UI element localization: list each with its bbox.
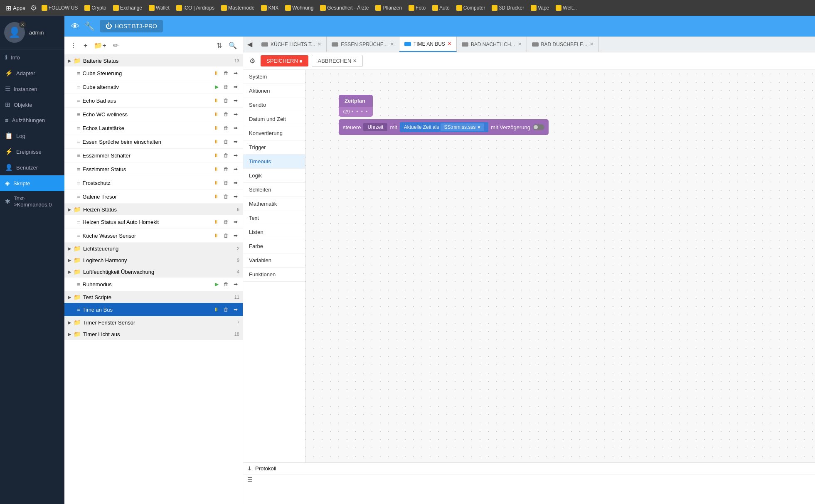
steuere-block[interactable]: steuere Uhrzeit mit Aktuelle Zeit als SS…: [339, 119, 549, 135]
ss-dropdown[interactable]: SS:mm:ss.sss ▼: [441, 123, 484, 131]
delete-button[interactable]: 🗑: [222, 179, 230, 187]
group-timer-licht[interactable]: ▶ 📁 Timer Licht aus 18: [64, 328, 243, 340]
sidebar-item-objekte[interactable]: ⊞ Objekte: [0, 97, 64, 113]
pause-button[interactable]: ⏸: [212, 218, 220, 226]
pause-button[interactable]: ⏸: [212, 124, 220, 132]
protocol-list-icon[interactable]: ☰: [247, 476, 253, 483]
bookmark-wohnung[interactable]: Wohnung: [283, 5, 315, 11]
tab-essen[interactable]: ESSEN SPRÜCHE... ✕: [327, 37, 399, 52]
script-esszimmer-status[interactable]: ≡ Esszimmer Status ⏸ 🗑 ➡: [64, 162, 243, 176]
bookmark-exchange[interactable]: Exchange: [111, 5, 144, 11]
script-cube-steuerung[interactable]: ≡ Cube Steuerung ⏸ 🗑 ➡: [64, 66, 243, 80]
nav-button[interactable]: ➡: [232, 232, 239, 239]
bookmark-gesundheit[interactable]: Gesundheit - Ärzte: [318, 5, 371, 11]
search-icon[interactable]: 🔍: [227, 40, 239, 51]
group-test-scripte[interactable]: ▶ 📁 Test Scripte 11: [64, 291, 243, 303]
pause-button[interactable]: ⏸: [212, 165, 220, 173]
edit-icon[interactable]: ✏: [111, 40, 120, 51]
run-button[interactable]: ▶: [213, 280, 220, 288]
menu-item-konvertierung[interactable]: Konvertierung: [243, 126, 305, 140]
tab-back-button[interactable]: ◀: [243, 37, 256, 52]
sidebar-item-instanzen[interactable]: ☰ Instanzen: [0, 81, 64, 97]
nav-button[interactable]: ➡: [232, 111, 239, 118]
bookmark-3d[interactable]: 3D Drucker: [490, 5, 526, 11]
bookmark-auto[interactable]: Auto: [430, 5, 452, 11]
verzoegerung-toggle[interactable]: [533, 124, 544, 130]
bookmark-computer[interactable]: Computer: [454, 5, 488, 11]
menu-item-trigger[interactable]: Trigger: [243, 140, 305, 155]
tab-close-bad-nacht[interactable]: ✕: [518, 42, 522, 47]
download-icon[interactable]: ⬇: [247, 465, 252, 472]
nav-button[interactable]: ➡: [232, 124, 239, 132]
script-kueche-wasser[interactable]: ≡ Küche Wasser Sensor ⏸ 🗑 ➡: [64, 229, 243, 243]
script-echo-wc[interactable]: ≡ Echo WC wellness ⏸ 🗑 ➡: [64, 108, 243, 121]
delete-button[interactable]: 🗑: [222, 218, 230, 226]
bookmark-follow-us[interactable]: FOLLOW US: [39, 5, 80, 11]
pause-button[interactable]: ⏸: [212, 111, 220, 118]
sidebar-item-ereignisse[interactable]: ⚡ Ereignisse: [0, 144, 64, 160]
apps-button[interactable]: ⊞ Apps: [3, 4, 28, 12]
sidebar-item-skripte[interactable]: ◈ Skripte: [0, 175, 64, 191]
nav-button[interactable]: ➡: [232, 83, 239, 91]
sort-icon[interactable]: ⇅: [215, 40, 224, 51]
more-icon[interactable]: ⋮: [69, 40, 79, 51]
visibility-icon[interactable]: 👁: [71, 22, 79, 31]
bookmark-welt[interactable]: Welt...: [554, 5, 579, 11]
delete-button[interactable]: 🗑: [222, 193, 230, 200]
menu-item-text[interactable]: Text: [243, 211, 305, 225]
menu-item-system[interactable]: System: [243, 70, 305, 84]
delete-button[interactable]: 🗑: [222, 97, 230, 104]
sidebar-item-log[interactable]: 📋 Log: [0, 128, 64, 144]
bookmark-knx[interactable]: KNX: [259, 5, 281, 11]
tab-close-essen[interactable]: ✕: [390, 42, 394, 47]
script-galerie-tresor[interactable]: ≡ Galerie Tresor ⏸ 🗑 ➡: [64, 190, 243, 204]
bookmark-wallet[interactable]: Wallet: [147, 5, 172, 11]
script-frostschutz[interactable]: ≡ Frostschutz ⏸ 🗑 ➡: [64, 176, 243, 190]
tab-close-time[interactable]: ✕: [448, 41, 451, 47]
group-luftfeuchtigkeit[interactable]: ▶ 📁 Luftfeuchtigkeit Überwachung 4: [64, 266, 243, 278]
nav-button[interactable]: ➡: [232, 179, 239, 187]
save-button[interactable]: SPEICHERN ■: [261, 55, 308, 66]
nav-button[interactable]: ➡: [232, 97, 239, 104]
menu-item-aktionen[interactable]: Aktionen: [243, 84, 305, 98]
tab-time-an-bus[interactable]: TIME AN BUS ✕: [399, 37, 457, 52]
sidebar-item-text-kommandos[interactable]: ✱ Text->Kommandos.0: [0, 191, 64, 212]
pause-button[interactable]: ⏸: [212, 138, 220, 145]
cancel-button[interactable]: ABBRECHEN ✕: [312, 55, 363, 67]
menu-item-mathematik[interactable]: Mathematik: [243, 197, 305, 211]
menu-item-datum[interactable]: Datum und Zeit: [243, 112, 305, 126]
sidebar-item-adapter[interactable]: ⚡ Adapter: [0, 65, 64, 81]
delete-button[interactable]: 🗑: [222, 124, 230, 132]
menu-item-sendto[interactable]: Sendto: [243, 98, 305, 112]
delete-button[interactable]: 🗑: [222, 280, 230, 288]
aktuelle-zeit-block[interactable]: Aktuelle Zeit als SS:mm:ss.sss ▼: [400, 122, 489, 132]
bookmark-crypto[interactable]: Crypto: [82, 5, 108, 11]
group-batterie-status[interactable]: ▶ 📁 Batterie Status 13: [64, 55, 243, 66]
delete-button[interactable]: 🗑: [222, 232, 230, 239]
script-echo-bad-aus[interactable]: ≡ Echo Bad aus ⏸ 🗑 ➡: [64, 94, 243, 108]
pause-button[interactable]: ⏸: [212, 69, 220, 77]
menu-item-farbe[interactable]: Farbe: [243, 239, 305, 253]
nav-button[interactable]: ➡: [232, 69, 239, 77]
nav-button[interactable]: ➡: [232, 165, 239, 173]
run-button[interactable]: ▶: [213, 83, 220, 91]
delete-button[interactable]: 🗑: [222, 306, 230, 313]
menu-item-timeouts[interactable]: Timeouts: [243, 155, 305, 169]
pause-button[interactable]: ⏸: [212, 232, 220, 239]
tab-close-kueche[interactable]: ✕: [318, 42, 321, 47]
tab-close-bad-dusch[interactable]: ✕: [590, 42, 593, 47]
settings-button[interactable]: ⚙: [30, 3, 37, 12]
nav-button[interactable]: ➡: [232, 218, 239, 226]
pause-button[interactable]: ⏸: [212, 97, 220, 104]
menu-item-funktionen[interactable]: Funktionen: [243, 268, 305, 282]
sidebar-item-aufzaehlungen[interactable]: ≡ Aufzählungen: [0, 113, 64, 128]
bookmark-pflanzen[interactable]: Pflanzen: [373, 5, 404, 11]
bookmark-vape[interactable]: Vape: [529, 5, 551, 11]
script-time-an-bus[interactable]: ≡ Time an Bus ⏸ 🗑 ➡: [64, 303, 243, 317]
script-cube-alternativ[interactable]: ≡ Cube alternativ ▶ 🗑 ➡: [64, 80, 243, 94]
avatar-close-button[interactable]: ✕: [19, 21, 26, 28]
delete-button[interactable]: 🗑: [222, 138, 230, 145]
nav-button[interactable]: ➡: [232, 280, 239, 288]
uhrzeit-input[interactable]: Uhrzeit: [363, 123, 387, 131]
tab-bad-nacht[interactable]: BAD NACHTLICH... ✕: [457, 37, 527, 52]
